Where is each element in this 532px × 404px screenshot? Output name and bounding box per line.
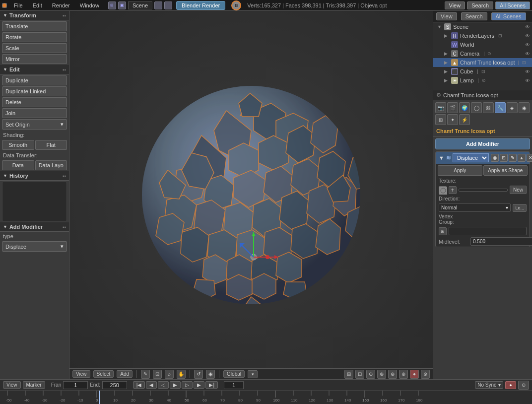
translate-button[interactable]: Translate bbox=[2, 21, 67, 31]
prev-keyframe-button[interactable]: ◁ bbox=[158, 381, 169, 389]
modifier-delete-icon[interactable]: ✕ bbox=[527, 154, 532, 162]
displace-dropdown[interactable]: Displace ▾ bbox=[2, 241, 67, 252]
duplicate-button[interactable]: Duplicate bbox=[2, 75, 67, 85]
modifier-expand2-icon[interactable]: ▲ bbox=[518, 154, 526, 162]
material-props-icon[interactable]: ◉ bbox=[519, 102, 530, 113]
lamp-visibility-icon[interactable]: 👁 bbox=[525, 78, 530, 83]
outliner-item-scene[interactable]: ▼ S Scene 👁 bbox=[433, 22, 532, 31]
play-button[interactable]: ▶ bbox=[170, 381, 181, 389]
viewport-icon6[interactable]: ⊕ bbox=[399, 370, 408, 379]
draw-mode-icon[interactable]: ✎ bbox=[141, 370, 150, 379]
viewport-icon3[interactable]: ⊙ bbox=[366, 370, 375, 379]
physics-icon[interactable]: ⚡ bbox=[459, 114, 470, 125]
modifier-type-select[interactable]: Displace bbox=[453, 153, 489, 162]
viewport-icon5[interactable]: ⊛ bbox=[388, 370, 397, 379]
vertex-group-icon[interactable]: ⊞ bbox=[439, 227, 447, 235]
render-preview-icon[interactable]: ◉ bbox=[206, 370, 215, 379]
apply-shape-button[interactable]: Apply as Shape bbox=[483, 165, 528, 176]
texture-name-field[interactable] bbox=[459, 189, 508, 192]
delete-button[interactable]: Delete bbox=[2, 97, 67, 107]
timeline-ruler[interactable]: -50 -40 -30 -20 -10 0 10 20 30 40 bbox=[0, 391, 532, 404]
mirror-button[interactable]: Mirror bbox=[2, 54, 67, 64]
search-button[interactable]: Search bbox=[467, 1, 493, 9]
global-dropdown-icon[interactable]: ▾ bbox=[248, 370, 258, 378]
viewport-view-button[interactable]: View bbox=[72, 370, 90, 378]
outliner-view-button[interactable]: View bbox=[436, 12, 457, 20]
rl-visibility-icon[interactable]: 👁 bbox=[525, 33, 530, 39]
pan-icon[interactable]: ✋ bbox=[177, 370, 186, 379]
current-frame-input[interactable] bbox=[63, 381, 88, 389]
texture-props-icon[interactable]: ⊞ bbox=[435, 114, 446, 125]
flat-button[interactable]: Flat bbox=[35, 140, 67, 150]
edit-menu[interactable]: Edit bbox=[30, 2, 45, 8]
data-layo-button[interactable]: Data Layo bbox=[35, 160, 67, 170]
modifier-edit-icon[interactable]: ✎ bbox=[509, 154, 517, 162]
view-button[interactable]: View bbox=[445, 1, 466, 9]
viewport-canvas[interactable] bbox=[69, 11, 433, 379]
modifiers-icon[interactable]: 🔧 bbox=[495, 102, 506, 113]
texture-new-button[interactable]: New bbox=[510, 186, 527, 194]
timeline-view-button[interactable]: View bbox=[3, 381, 21, 389]
render-menu[interactable]: Render bbox=[49, 2, 73, 8]
direction-dropdown[interactable]: Normal ▾ bbox=[439, 203, 511, 212]
outliner-item-cube[interactable]: ▶ ⬛ Cube | ⊡ 👁 bbox=[433, 67, 532, 76]
modifier-render-icon[interactable]: ◉ bbox=[491, 154, 499, 162]
outliner-item-chamf[interactable]: ▶ ▲ Chamf Trunc Icosa opt | ⊡ bbox=[433, 58, 532, 67]
history-section-header[interactable]: ▼ History ▪▪ bbox=[0, 171, 69, 181]
apply-button[interactable]: Apply bbox=[438, 165, 482, 176]
viewport-icon1[interactable]: ⊞ bbox=[344, 370, 353, 379]
outliner-item-renderlayers[interactable]: ▶ R RenderLayers ⊡ 👁 bbox=[433, 31, 532, 40]
outliner-all-scenes-button[interactable]: All Scenes bbox=[491, 12, 526, 20]
rotate-button[interactable]: Rotate bbox=[2, 32, 67, 42]
jump-end-button[interactable]: ▶| bbox=[205, 381, 218, 389]
scale-button[interactable]: Scale bbox=[2, 43, 67, 53]
world-props-icon[interactable]: 🌍 bbox=[459, 102, 470, 113]
transform-section-header[interactable]: ▼ Transform ▪▪ bbox=[0, 11, 69, 20]
set-origin-dropdown[interactable]: Set Origin ▾ bbox=[2, 119, 67, 130]
data-button[interactable]: Data bbox=[2, 160, 34, 170]
viewport[interactable]: View Select Add ✎ ⊡ ⌕ ✋ ↺ ◉ Global ▾ ⊞ ⊡… bbox=[69, 11, 433, 379]
scene-visibility-icon[interactable]: 👁 bbox=[525, 24, 530, 30]
render-engine-select[interactable]: Blender Render bbox=[176, 1, 225, 10]
jump-start-button[interactable]: |◀ bbox=[133, 381, 145, 389]
end-frame-input[interactable] bbox=[102, 381, 127, 389]
cube-visibility-icon[interactable]: 👁 bbox=[525, 69, 530, 74]
window-menu[interactable]: Window bbox=[77, 2, 102, 8]
modifier-viewport-icon[interactable]: ⊡ bbox=[500, 154, 508, 162]
constraints-icon[interactable]: ⛓ bbox=[483, 102, 494, 113]
global-mode-button[interactable]: Global bbox=[223, 370, 245, 378]
prev-frame-button[interactable]: ◀ bbox=[146, 381, 157, 389]
next-frame-button[interactable]: ▶ bbox=[194, 381, 204, 389]
file-menu[interactable]: File bbox=[11, 2, 26, 8]
next-keyframe-button[interactable]: ▷ bbox=[182, 381, 193, 389]
outliner-search-button[interactable]: Search bbox=[461, 12, 487, 20]
duplicate-linked-button[interactable]: Duplicate Linked bbox=[2, 86, 67, 96]
scene-props-icon[interactable]: 🎬 bbox=[447, 102, 458, 113]
smooth-button[interactable]: Smooth bbox=[2, 140, 34, 150]
viewport-icon2[interactable]: ⊡ bbox=[355, 370, 364, 379]
viewport-record-icon[interactable]: ● bbox=[410, 370, 419, 379]
midlevel-input[interactable] bbox=[470, 237, 532, 246]
add-modifier-section-header[interactable]: ▼ Add Modifier ▪▪ bbox=[0, 222, 69, 232]
object-props-icon[interactable]: ◯ bbox=[471, 102, 482, 113]
zoom-icon[interactable]: ⌕ bbox=[165, 370, 174, 379]
texture-preview[interactable] bbox=[439, 186, 447, 194]
orbit-icon[interactable]: ↺ bbox=[194, 370, 203, 379]
edit-section-header[interactable]: ▼ Edit ▪▪ bbox=[0, 65, 69, 74]
timeline-marker-button[interactable]: Marker bbox=[23, 381, 45, 389]
data-props-icon[interactable]: ◈ bbox=[507, 102, 518, 113]
tex-coords-btn[interactable]: Lo... bbox=[513, 204, 527, 212]
world-visibility-icon[interactable]: 👁 bbox=[525, 42, 530, 48]
join-button[interactable]: Join bbox=[2, 108, 67, 118]
viewport-add-button[interactable]: Add bbox=[117, 370, 133, 378]
outliner-item-camera[interactable]: ▶ C Camera | ⊙ 👁 bbox=[433, 49, 532, 58]
cam-visibility-icon[interactable]: 👁 bbox=[525, 51, 530, 57]
all-scenes-button[interactable]: All Scenes bbox=[495, 1, 530, 9]
particles-icon[interactable]: ✦ bbox=[447, 114, 458, 125]
record-button[interactable]: ● bbox=[505, 381, 516, 389]
scene-name-field[interactable]: Scene bbox=[128, 1, 152, 9]
outliner-item-lamp[interactable]: ▶ ☀ Lamp | ⊙ 👁 bbox=[433, 76, 532, 85]
viewport-select-button[interactable]: Select bbox=[93, 370, 114, 378]
sync-dropdown[interactable]: No Sync ▾ bbox=[475, 381, 503, 389]
outliner-item-world[interactable]: W World 👁 bbox=[433, 40, 532, 49]
